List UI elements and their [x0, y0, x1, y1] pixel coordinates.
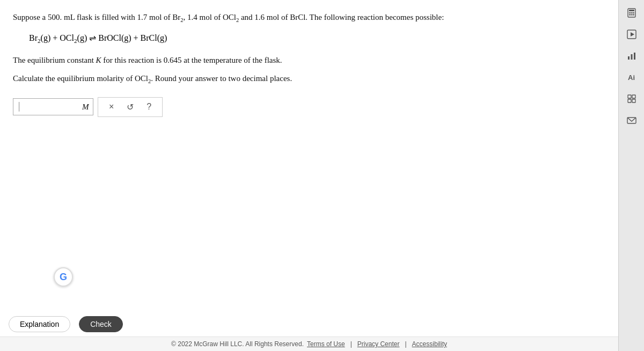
main-container: Suppose a 500. mL flask is filled with 1… — [0, 0, 644, 351]
cursor-indicator: ▏ — [19, 102, 25, 112]
terms-link[interactable]: Terms of Use — [307, 340, 345, 348]
svg-rect-5 — [629, 14, 631, 16]
svg-rect-1 — [629, 10, 634, 11]
play-icon[interactable] — [623, 26, 640, 43]
bottom-section: Explanation Check © 2022 McGraw Hill LLC… — [0, 311, 618, 351]
google-g-icon: G — [60, 272, 67, 283]
footer-buttons-row: Explanation Check — [0, 311, 618, 337]
svg-rect-2 — [629, 12, 631, 13]
svg-rect-14 — [632, 95, 635, 98]
check-button[interactable]: Check — [79, 316, 123, 332]
help-button[interactable]: ? — [144, 101, 153, 113]
calculator-icon[interactable] — [623, 4, 640, 21]
svg-rect-12 — [634, 53, 635, 60]
privacy-link[interactable]: Privacy Center — [357, 340, 400, 348]
svg-rect-11 — [631, 54, 632, 60]
sidebar: Ai — [618, 0, 644, 351]
explanation-button[interactable]: Explanation — [9, 316, 70, 332]
content-area: Suppose a 500. mL flask is filled with 1… — [0, 0, 618, 351]
svg-rect-3 — [631, 12, 632, 13]
chart-icon[interactable] — [623, 47, 640, 64]
separator-1: | — [350, 340, 352, 348]
answer-input-wrapper[interactable]: ▏ M — [13, 98, 93, 115]
assistant-avatar[interactable]: G — [54, 267, 73, 287]
equilibrium-constant-text: The equilibrium constant K for this reac… — [13, 54, 605, 67]
svg-rect-15 — [628, 99, 631, 103]
problem-intro: Suppose a 500. mL flask is filled with 1… — [13, 11, 605, 25]
svg-rect-4 — [633, 12, 634, 13]
svg-rect-16 — [632, 99, 635, 103]
answer-input[interactable] — [26, 103, 80, 112]
undo-button[interactable]: ↺ — [125, 101, 136, 113]
svg-rect-7 — [633, 14, 634, 16]
copyright-text: © 2022 McGraw Hill LLC. All Rights Reser… — [171, 340, 304, 348]
reaction-equation: Br2(g) + OCl2(g) ⇌ BrOCl(g) + BrCl(g) — [29, 31, 605, 46]
svg-rect-6 — [631, 14, 632, 16]
grid-icon[interactable] — [623, 90, 640, 107]
svg-marker-9 — [631, 32, 634, 36]
unit-label: M — [82, 103, 89, 112]
svg-rect-13 — [628, 95, 631, 98]
separator-2: | — [405, 340, 406, 348]
clear-button[interactable]: × — [107, 101, 116, 113]
svg-rect-10 — [628, 56, 630, 60]
calculate-instruction: Calculate the equilibrium molarity of OC… — [13, 72, 605, 86]
input-row: ▏ M × ↺ ? — [13, 97, 605, 117]
k-symbol: K — [96, 56, 101, 64]
copyright-bar: © 2022 McGraw Hill LLC. All Rights Reser… — [0, 337, 618, 351]
ai-label: Ai — [628, 74, 635, 82]
action-buttons-group: × ↺ ? — [98, 97, 163, 117]
email-icon[interactable] — [623, 112, 640, 129]
accessibility-link[interactable]: Accessibility — [412, 340, 447, 348]
ai-text-icon[interactable]: Ai — [623, 69, 640, 86]
